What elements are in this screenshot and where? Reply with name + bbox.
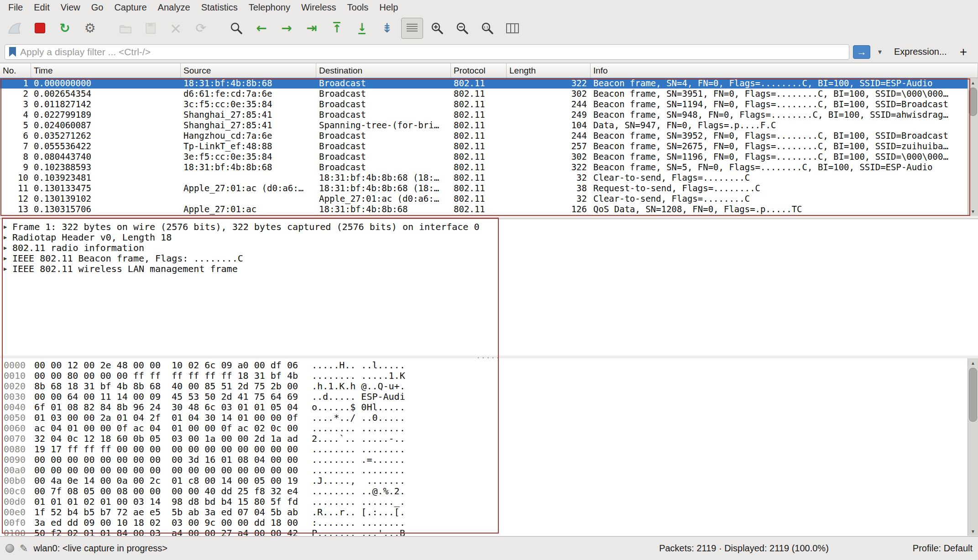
capture-stop-icon[interactable] [29,18,51,39]
menu-item-tools[interactable]: Tools [342,0,374,15]
zoom-original-icon[interactable]: 1:1 [476,18,498,39]
packet-row[interactable]: 110.130133475Apple_27:01:ac (d0:a6:…18:3… [0,183,968,194]
packet-row[interactable]: 90.10238859318:31:bf:4b:8b:68Broadcast80… [0,162,968,173]
detail-line[interactable]: ▶802.11 radio information [0,243,978,253]
column-header-no[interactable]: No. [0,63,31,78]
hex-offset: 0090 [0,455,34,465]
hex-row[interactable]: 00a000 00 00 00 00 00 00 00 00 00 00 00 … [0,465,968,476]
go-to-packet-icon[interactable]: ⇥ [301,18,323,39]
packet-row[interactable]: 80.0804437403e:f5:cc:0e:35:84Broadcast80… [0,152,968,162]
display-filter-input[interactable]: Apply a display filter ... <Ctrl-/> [5,44,849,60]
close-file-icon[interactable]: × [165,18,187,39]
packet-row[interactable]: 120.130139102Apple_27:01:ac (d0:a6:…802.… [0,194,968,204]
reload-icon[interactable]: ⟳ [190,18,212,39]
hex-row[interactable]: 003000 00 64 00 11 14 00 09 45 53 50 2d … [0,392,968,402]
column-header-length[interactable]: Length [507,63,591,78]
cell-source [181,194,316,204]
menu-item-help[interactable]: Help [374,0,403,15]
packet-row[interactable]: 20.002654354d6:61:fe:cd:7a:6eBroadcast80… [0,89,968,99]
column-header-protocol[interactable]: Protocol [451,63,507,78]
detail-line[interactable]: ▶Frame 1: 322 bytes on wire (2576 bits),… [0,222,978,232]
detail-line[interactable]: ▶IEEE 802.11 wireless LAN management fra… [0,264,978,274]
hex-row[interactable]: 001000 00 80 00 00 00 ff ff ff ff ff ff … [0,371,968,381]
capture-comment-icon[interactable]: ✎ [20,543,28,554]
open-file-icon[interactable] [115,18,136,39]
scroll-up-icon[interactable]: ▲ [968,358,978,367]
capture-restart-icon[interactable]: ↻ [54,18,76,39]
expert-info-icon[interactable] [5,544,14,553]
expander-icon[interactable]: ▶ [4,264,12,274]
hex-row[interactable]: 00208b 68 18 31 bf 4b 8b 68 40 00 85 51 … [0,381,968,392]
capture-start-icon[interactable] [4,18,26,39]
hex-row[interactable]: 00f03a ed dd 09 00 10 18 02 03 00 9c 00 … [0,518,968,528]
hex-row[interactable]: 00b000 4a 0e 14 00 0a 00 2c 01 c8 00 14 … [0,476,968,486]
cell-length: 126 [507,204,591,215]
hex-scrollbar[interactable]: ▲ ▼ [968,358,978,536]
menu-item-edit[interactable]: Edit [28,0,55,15]
hex-row[interactable]: 007032 04 0c 12 18 60 0b 05 03 00 1a 00 … [0,434,968,444]
hex-row[interactable]: 008019 17 ff ff ff 00 00 00 00 00 00 00 … [0,444,968,455]
filter-bookmark-icon[interactable] [9,47,16,57]
detail-line[interactable]: ▶IEEE 802.11 Beacon frame, Flags: ......… [0,253,978,264]
go-last-icon[interactable]: ↓ [351,18,373,39]
filter-add-button[interactable]: + [955,45,973,59]
column-header-destination[interactable]: Destination [316,63,451,78]
hex-row[interactable]: 00e01f 52 b4 b5 b7 72 ae e5 5b ab 3a ed … [0,507,968,518]
hex-row[interactable]: 009000 00 00 00 00 00 00 00 00 3d 16 01 … [0,455,968,465]
packet-row[interactable]: 100.10392348118:31:bf:4b:8b:68 (18:…802.… [0,173,968,183]
menu-item-file[interactable]: File [3,0,28,15]
save-file-icon[interactable] [140,18,162,39]
packet-list-scrollbar[interactable]: ▲ ▼ [968,78,978,216]
zoom-out-icon[interactable] [451,18,473,39]
menu-item-statistics[interactable]: Statistics [196,0,243,15]
profile-button[interactable]: Profile: Default [913,543,973,554]
column-header-info[interactable]: Info [591,63,978,78]
column-header-time[interactable]: Time [31,63,181,78]
hex-row[interactable]: 00c000 7f 08 05 00 08 00 00 00 00 40 dd … [0,486,968,497]
menu-item-capture[interactable]: Capture [109,0,152,15]
resize-columns-icon[interactable] [502,18,523,39]
hex-row[interactable]: 005001 03 00 00 2a 01 04 2f 01 04 30 14 … [0,413,968,423]
hex-row[interactable]: 00d001 01 01 02 01 00 03 14 98 d8 bd b4 … [0,497,968,507]
filter-dropdown-icon[interactable]: ▾ [874,45,886,59]
go-forward-icon[interactable]: → [276,18,298,39]
hex-row[interactable]: 0060ac 04 01 00 00 0f ac 04 01 00 00 0f … [0,423,968,434]
zoom-in-icon[interactable] [426,18,448,39]
expander-icon[interactable]: ▶ [4,222,12,232]
cell-protocol: 802.11 [451,183,507,194]
menu-item-analyze[interactable]: Analyze [152,0,196,15]
packet-row[interactable]: 50.024060087Shanghai_27:85:41Spanning-tr… [0,120,968,131]
colorize-icon[interactable] [401,18,423,39]
menu-item-view[interactable]: View [55,0,86,15]
packet-row[interactable]: 10.00000000018:31:bf:4b:8b:68Broadcast80… [0,78,968,89]
expander-icon[interactable]: ▶ [4,243,12,253]
detail-text: Radiotap Header v0, Length 18 [12,232,172,243]
hex-row[interactable]: 00406f 01 08 82 84 8b 96 24 30 48 6c 03 … [0,402,968,413]
filter-apply-button[interactable]: → [853,45,870,59]
column-header-source[interactable]: Source [181,63,316,78]
expander-icon[interactable]: ▶ [4,232,12,243]
scroll-down-icon[interactable]: ▼ [968,527,978,536]
menu-item-telephony[interactable]: Telephony [243,0,296,15]
packet-row[interactable]: 60.035271262Hangzhou_cd:7a:6eBroadcast80… [0,131,968,141]
auto-scroll-icon[interactable]: ⇟ [376,18,398,39]
packet-row[interactable]: 70.055536422Tp-LinkT_ef:48:88Broadcast80… [0,141,968,152]
scrollbar-thumb[interactable] [969,368,977,422]
scrollbar-thumb[interactable] [969,88,977,116]
menu-item-wireless[interactable]: Wireless [296,0,342,15]
capture-options-icon[interactable]: ⚙ [79,18,101,39]
hex-row[interactable]: 010050 f2 02 01 01 84 00 03 a4 00 00 27 … [0,528,968,536]
hex-ascii: P....... ...'...B [312,528,405,536]
go-first-icon[interactable]: ↑ [326,18,348,39]
find-packet-icon[interactable] [225,18,247,39]
go-back-icon[interactable]: ← [251,18,272,39]
scroll-down-icon[interactable]: ▼ [968,207,978,216]
menu-item-go[interactable]: Go [86,0,109,15]
expression-button[interactable]: Expression... [889,47,952,57]
packet-row[interactable]: 30.0118271423c:f5:cc:0e:35:84Broadcast80… [0,99,968,110]
packet-row[interactable]: 40.022799189Shanghai_27:85:41Broadcast80… [0,110,968,120]
hex-row[interactable]: 000000 00 12 00 2e 48 00 00 10 02 6c 09 … [0,360,968,371]
scroll-up-icon[interactable]: ▲ [968,78,978,87]
detail-line[interactable]: ▶Radiotap Header v0, Length 18 [0,232,978,243]
expander-icon[interactable]: ▶ [4,253,12,264]
